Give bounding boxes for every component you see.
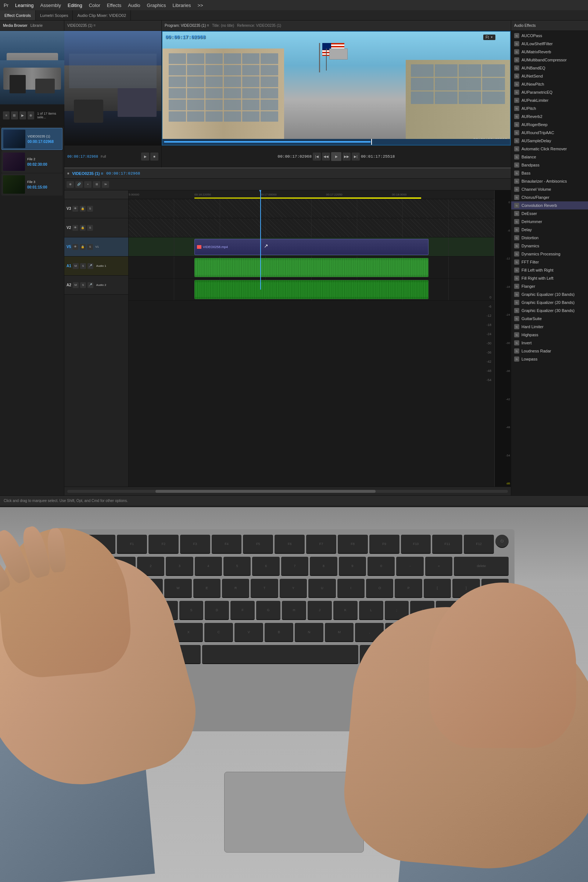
effect-item-bandpass[interactable]: fx Bandpass [511,161,588,169]
effect-item-balance[interactable]: fx Balance [511,153,588,161]
effect-item-convolution[interactable]: fx Convolution Reverb [511,201,588,210]
track-v3-lock[interactable]: 🔒 [80,206,86,212]
track-a1-solo[interactable]: S [80,263,86,269]
effect-item-aumatrix[interactable]: fx AUMatrixReverb [511,48,588,56]
app-icon[interactable]: Pr [4,3,9,8]
effect-item-invert[interactable]: fx Invert [511,339,588,347]
effect-item-loudness[interactable]: fx Loudness Radar [511,347,588,355]
program-next-btn[interactable]: ▶▶ [342,153,351,160]
track-v2-content [129,218,494,237]
effect-item-aumultiband[interactable]: fx AUMultibandCompressor [511,56,588,64]
program-end-btn[interactable]: ▶| [352,153,360,160]
effect-item-delay[interactable]: fx Delay [511,226,588,234]
effect-item-auroundtrip[interactable]: fx AURoundTripAAC [511,129,588,137]
track-v1-sync[interactable]: S [87,244,93,250]
track-v3-eye[interactable]: 👁 [72,206,78,212]
track-v3-sync[interactable]: S [87,206,93,212]
effect-item-autoclick[interactable]: fx Automatic Click Remover [511,145,588,153]
effect-item-highpass[interactable]: fx Highpass [511,331,588,339]
effect-item-distortion[interactable]: fx Distortion [511,234,588,242]
menu-assembly[interactable]: Assembly [40,3,61,8]
track-a2-record[interactable]: 🎤 [87,282,93,288]
left-panel-btn-1[interactable]: ≡ [3,111,9,119]
tab-audio-clip-mixer[interactable]: Audio Clip Mixer: VIDEO02 [73,10,131,20]
unit-dropdown[interactable]: Ft ▼ [483,34,495,40]
track-a2-mute[interactable]: M [73,282,79,288]
list-item[interactable]: File 3 00:01:15:00 [2,174,63,195]
scale-bar[interactable] [67,490,508,493]
tab-library[interactable]: Librarie [30,24,43,28]
left-panel-btn-4[interactable]: ⊕ [28,111,34,119]
tab-lumetri-scopes[interactable]: Lumetri Scopes [36,10,73,20]
effect-item-chorus[interactable]: fx Chorus/Flanger [511,193,588,201]
effect-item-lowpass[interactable]: fx Lowpass [511,355,588,363]
effect-item-aunetsend[interactable]: fx AUNetSend [511,72,588,80]
track-v2-lock[interactable]: 🔒 [80,225,86,231]
menu-graphics[interactable]: Graphics [147,3,166,8]
effect-item-binaural[interactable]: fx Binaularizer - Ambisonics [511,177,588,185]
effect-item-dynamics[interactable]: fx Dynamics [511,242,588,250]
program-controls: 00:00:17:02968 |◀ ◀◀ ▶ ▶▶ ▶| 00:01:17:25… [162,146,511,168]
program-rewind-btn[interactable]: |◀ [313,153,321,160]
list-item[interactable]: File 2 00:02:30:00 [2,151,63,173]
audio-clip-1[interactable] [194,258,429,277]
effect-item-dynprocessing[interactable]: fx Dynamics Processing [511,250,588,258]
effects-list[interactable]: fx AUCOPass fx AULowShelfFilter fx AUMat… [511,31,588,506]
effect-item-graphiceq10[interactable]: fx Graphic Equalizer (10 Bands) [511,290,588,298]
menu-libraries[interactable]: Libraries [173,3,191,8]
timeline-tools-btn[interactable]: ⊞ [93,181,100,188]
effect-item-aunbandeq[interactable]: fx AUNBandEQ [511,64,588,72]
timeline-add-track-btn[interactable]: + [84,181,92,188]
effect-item-graphiceq20[interactable]: fx Graphic Equalizer (20 Bands) [511,298,588,306]
audio-clip-2[interactable] [194,280,429,299]
track-v1-lock[interactable]: 🔒 [80,244,86,250]
timeline-snap-btn[interactable]: ⊕ [66,181,74,188]
track-v2-sync[interactable]: S [87,225,93,231]
effect-item-auparametric[interactable]: fx AUParametricEQ [511,88,588,96]
effect-item-dehummer[interactable]: fx DeHummer [511,218,588,226]
left-panel-btn-3[interactable]: ▶ [20,111,26,119]
effect-item-aurogerbeep[interactable]: fx AURogerBeep [511,120,588,129]
effect-item-aucopass[interactable]: fx AUCOPass [511,32,588,40]
track-a1-mute[interactable]: M [73,263,79,269]
timeline-linked-btn[interactable]: 🔗 [75,181,82,188]
menu-color[interactable]: Color [89,3,100,8]
effect-item-aunewpitch[interactable]: fx AUNewPitch [511,80,588,88]
left-panel-btn-2[interactable]: ⊞ [11,111,18,119]
menu-more[interactable]: >> [197,3,203,8]
track-a2-solo[interactable]: S [80,282,86,288]
effect-item-bass[interactable]: fx Bass [511,169,588,177]
track-v1-eye[interactable]: 👁 [72,244,78,250]
effect-item-ausampledelay[interactable]: fx AUSampleDelay [511,137,588,145]
effect-item-fftfilter[interactable]: fx FFT Filter [511,258,588,266]
menu-effects[interactable]: Effects [107,3,122,8]
track-a1-record[interactable]: 🎤 [87,263,93,269]
program-play-btn[interactable]: ▶ [331,152,341,161]
effect-item-aureverb2[interactable]: fx AUReverb2 [511,112,588,120]
tab-media-browser[interactable]: Media Browser [3,24,28,28]
effect-item-deesser[interactable]: fx DeEsser [511,210,588,218]
source-stop-btn[interactable]: ■ [150,153,158,160]
list-item[interactable]: VIDEO0235 (1) 00:00:17:02968 [2,128,63,150]
menu-audio[interactable]: Audio [128,3,140,8]
effect-item-aupitch[interactable]: fx AUPitch [511,104,588,112]
effect-item-hardlimiter[interactable]: fx Hard Limiter [511,322,588,331]
effect-item-aulowshelf[interactable]: fx AULowShelfFilter [511,40,588,48]
effect-item-fillright[interactable]: fx Fill Right with Left [511,274,588,282]
effect-item-graphiceq30[interactable]: fx Graphic Equalizer (30 Bands) [511,306,588,315]
effect-item-fillleft[interactable]: fx Fill Left with Right [511,266,588,274]
program-prev-btn[interactable]: ◀◀ [322,153,330,160]
effect-item-guitarsuite[interactable]: fx GuitarSuite [511,315,588,322]
effect-name: FFT Filter [522,260,539,264]
track-v2-eye[interactable]: 👁 [72,225,78,231]
effect-item-flanger[interactable]: fx Flanger [511,282,588,290]
tab-effect-controls[interactable]: Effect Controls [0,10,36,20]
menu-editing[interactable]: Editing [68,3,82,8]
effect-item-channelvol[interactable]: fx Channel Volume [511,185,588,193]
video-clip[interactable]: VIDEO0258.mp4 [194,239,429,255]
menu-learning[interactable]: Learning [15,3,34,8]
source-play-btn[interactable]: ▶ [141,153,149,160]
effect-icon: fx [514,357,519,362]
effect-item-aupeaklimiter[interactable]: fx AUPeakLimiter [511,96,588,104]
timeline-more-btn[interactable]: ≫ [102,181,109,188]
